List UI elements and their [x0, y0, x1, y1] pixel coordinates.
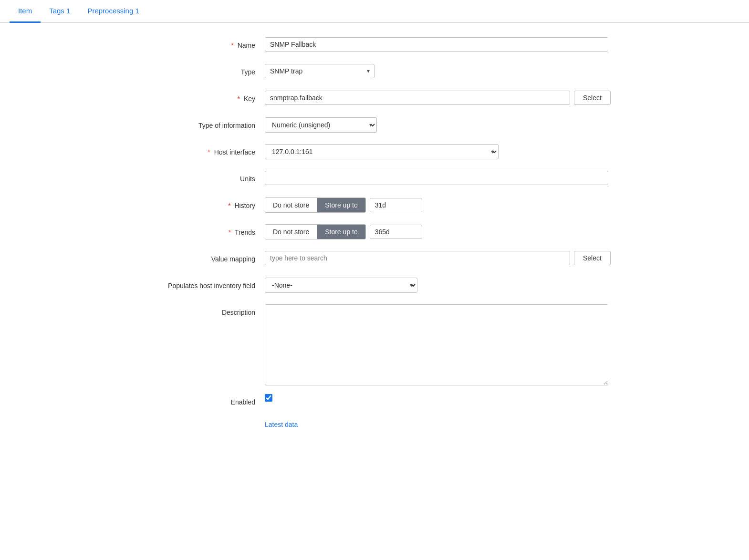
- history-do-not-store-button[interactable]: Do not store: [265, 198, 317, 212]
- description-textarea[interactable]: [265, 304, 608, 385]
- label-latest-data-spacer: [131, 421, 265, 425]
- type-of-information-select[interactable]: Numeric (unsigned) Numeric (float) Chara…: [265, 117, 377, 133]
- tab-tags[interactable]: Tags 1: [41, 0, 79, 23]
- control-key: Select: [265, 91, 618, 105]
- control-host-interface: 127.0.0.1:161: [265, 144, 618, 159]
- row-description: Description: [131, 304, 618, 385]
- label-value-mapping: Value mapping: [131, 251, 265, 264]
- control-value-mapping: Select: [265, 251, 618, 265]
- label-enabled: Enabled: [131, 394, 265, 407]
- label-description: Description: [131, 304, 265, 318]
- history-duration-input[interactable]: [370, 198, 422, 212]
- tab-preprocessing[interactable]: Preprocessing 1: [79, 0, 147, 23]
- trends-duration-input[interactable]: [370, 225, 422, 239]
- control-type-of-information: Numeric (unsigned) Numeric (float) Chara…: [265, 117, 618, 133]
- latest-data-link[interactable]: Latest data: [265, 421, 298, 428]
- row-value-mapping: Value mapping Select: [131, 251, 618, 269]
- row-type: Type SNMP trap Zabbix agent SNMP agent: [131, 64, 618, 82]
- label-history: * History: [131, 197, 265, 211]
- required-star-host-interface: *: [208, 148, 210, 156]
- control-name: [265, 37, 618, 52]
- required-star-name: *: [231, 41, 233, 49]
- label-populates-host-inventory: Populates host inventory field: [131, 278, 265, 291]
- trends-toggle-group: Do not store Store up to: [265, 224, 366, 239]
- populates-select[interactable]: -None-: [265, 278, 417, 293]
- type-select-wrap: SNMP trap Zabbix agent SNMP agent: [265, 64, 374, 78]
- tab-bar: Item Tags 1 Preprocessing 1: [0, 0, 749, 23]
- row-history: * History Do not store Store up to: [131, 197, 618, 216]
- type-select[interactable]: SNMP trap Zabbix agent SNMP agent: [265, 64, 374, 78]
- row-enabled: Enabled: [131, 394, 618, 412]
- trends-store-up-to-button[interactable]: Store up to: [317, 225, 365, 239]
- name-input[interactable]: [265, 37, 608, 52]
- control-units: [265, 171, 618, 185]
- control-enabled: [265, 394, 618, 402]
- required-star-key: *: [238, 95, 240, 103]
- enabled-checkbox[interactable]: [265, 394, 272, 402]
- label-key: * Key: [131, 91, 265, 104]
- type-of-information-select-wrap: Numeric (unsigned) Numeric (float) Chara…: [265, 117, 377, 133]
- enabled-checkbox-wrap: [265, 394, 272, 402]
- form-container: * Name Type SNMP trap Zabbix agent SNMP …: [112, 37, 637, 439]
- label-type-of-information: Type of information: [131, 117, 265, 131]
- label-type: Type: [131, 64, 265, 77]
- key-input[interactable]: [265, 91, 570, 105]
- row-type-of-information: Type of information Numeric (unsigned) N…: [131, 117, 618, 135]
- row-units: Units: [131, 171, 618, 189]
- row-name: * Name: [131, 37, 618, 55]
- control-description: [265, 304, 618, 385]
- control-latest-data: Latest data: [265, 421, 618, 428]
- trends-do-not-store-button[interactable]: Do not store: [265, 225, 317, 239]
- value-mapping-search-input[interactable]: [265, 251, 570, 265]
- control-trends: Do not store Store up to: [265, 224, 618, 239]
- tab-item[interactable]: Item: [10, 0, 41, 23]
- label-units: Units: [131, 171, 265, 184]
- history-toggle-group: Do not store Store up to: [265, 197, 366, 213]
- label-host-interface: * Host interface: [131, 144, 265, 157]
- row-populates-host-inventory: Populates host inventory field -None-: [131, 278, 618, 296]
- label-name: * Name: [131, 37, 265, 51]
- populates-select-wrap: -None-: [265, 278, 417, 293]
- host-interface-select-wrap: 127.0.0.1:161: [265, 144, 499, 159]
- control-populates-host-inventory: -None-: [265, 278, 618, 293]
- label-trends: * Trends: [131, 224, 265, 238]
- control-type: SNMP trap Zabbix agent SNMP agent: [265, 64, 618, 78]
- host-interface-select[interactable]: 127.0.0.1:161: [265, 144, 499, 159]
- history-store-up-to-button[interactable]: Store up to: [317, 198, 365, 212]
- row-trends: * Trends Do not store Store up to: [131, 224, 618, 242]
- key-select-button[interactable]: Select: [574, 91, 611, 105]
- required-star-history: *: [228, 202, 230, 209]
- required-star-trends: *: [229, 228, 231, 236]
- units-input[interactable]: [265, 171, 608, 185]
- row-host-interface: * Host interface 127.0.0.1:161: [131, 144, 618, 162]
- row-latest-data: Latest data: [131, 421, 618, 439]
- control-history: Do not store Store up to: [265, 197, 618, 213]
- value-mapping-select-button[interactable]: Select: [574, 251, 611, 265]
- row-key: * Key Select: [131, 91, 618, 109]
